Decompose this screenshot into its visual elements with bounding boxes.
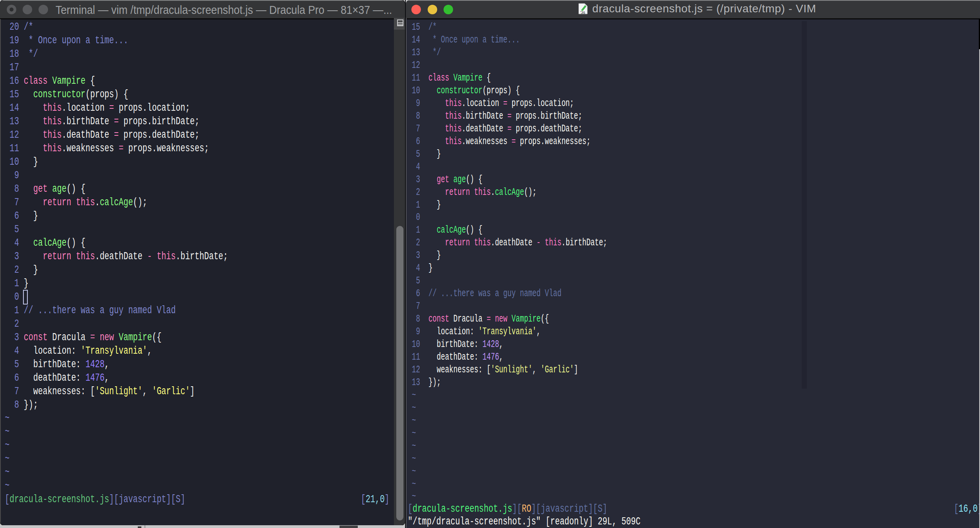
svg-text:JS: JS xyxy=(581,11,585,15)
